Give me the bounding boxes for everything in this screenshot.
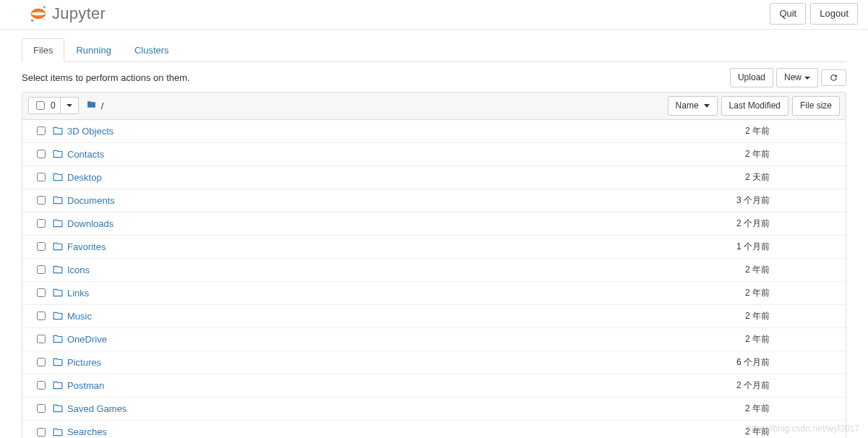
folder-icon xyxy=(53,334,67,344)
folder-icon xyxy=(53,427,67,437)
file-list: 0 / Name Last Modified File size xyxy=(22,92,846,438)
row-checkbox[interactable] xyxy=(37,126,46,135)
select-all-group: 0 xyxy=(28,97,79,114)
item-name-link[interactable]: 3D Objects xyxy=(67,126,656,137)
row-checkbox[interactable] xyxy=(37,358,46,366)
upload-button[interactable]: Upload xyxy=(730,68,773,87)
list-item: Favorites1 个月前 xyxy=(22,236,846,259)
caret-down-icon xyxy=(804,77,810,80)
row-checkbox[interactable] xyxy=(37,219,46,228)
folder-icon xyxy=(53,195,67,205)
list-item: Pictures6 个月前 xyxy=(22,351,846,374)
folder-icon xyxy=(53,126,67,136)
logout-button[interactable]: Logout xyxy=(810,3,858,25)
list-header: 0 / Name Last Modified File size xyxy=(22,93,846,120)
sort-arrow-down-icon xyxy=(704,104,710,108)
row-checkbox[interactable] xyxy=(37,335,46,343)
folder-icon xyxy=(53,172,67,182)
jupyter-logo-icon xyxy=(29,4,48,23)
new-label: New xyxy=(784,72,802,84)
item-name-link[interactable]: Music xyxy=(67,311,656,322)
folder-icon xyxy=(53,241,67,252)
list-item: Contacts2 年前 xyxy=(22,143,846,166)
item-name-link[interactable]: Icons xyxy=(67,265,656,275)
refresh-icon xyxy=(829,73,838,82)
brand-text: Jupyter xyxy=(52,4,106,23)
page-header: Jupyter Quit Logout xyxy=(0,0,868,30)
item-modified: 2 天前 xyxy=(656,171,778,184)
list-item: 3D Objects2 年前 xyxy=(22,120,846,143)
folder-icon[interactable] xyxy=(86,100,97,111)
row-checkbox[interactable] xyxy=(37,312,46,320)
tab-files[interactable]: Files xyxy=(22,38,64,62)
list-item: Documents3 个月前 xyxy=(22,189,846,212)
list-item: Searches2 年前 xyxy=(22,421,846,438)
item-modified: 6 个月前 xyxy=(656,356,778,369)
item-name-link[interactable]: Saved Games xyxy=(67,403,656,414)
tab-running[interactable]: Running xyxy=(64,38,122,62)
refresh-button[interactable] xyxy=(821,69,846,86)
list-item: Postman2 个月前 xyxy=(22,374,846,398)
header-buttons: Quit Logout xyxy=(770,3,858,25)
list-item: OneDrive2 年前 xyxy=(22,328,846,351)
item-modified: 2 个月前 xyxy=(656,218,778,230)
item-modified: 2 年前 xyxy=(656,403,778,415)
item-modified: 3 个月前 xyxy=(656,194,778,207)
sort-modified-button[interactable]: Last Modified xyxy=(721,96,788,116)
row-checkbox[interactable] xyxy=(37,381,46,390)
item-modified: 2 年前 xyxy=(656,333,778,345)
caret-down-icon xyxy=(66,104,72,107)
selected-count: 0 xyxy=(51,100,56,111)
row-checkbox[interactable] xyxy=(37,404,46,413)
folder-icon xyxy=(53,265,67,275)
sort-size-button[interactable]: File size xyxy=(792,96,840,116)
name-col-label: Name xyxy=(676,100,699,112)
item-name-link[interactable]: Documents xyxy=(67,195,656,206)
item-modified: 2 年前 xyxy=(656,148,778,160)
row-checkbox[interactable] xyxy=(37,242,46,251)
item-name-link[interactable]: Desktop xyxy=(67,172,656,183)
item-modified: 1 个月前 xyxy=(656,241,778,253)
select-menu-button[interactable] xyxy=(61,98,78,113)
svg-point-1 xyxy=(31,20,34,22)
svg-point-2 xyxy=(43,19,45,20)
sort-name-button[interactable]: Name xyxy=(668,96,718,116)
row-checkbox[interactable] xyxy=(37,173,46,181)
row-checkbox[interactable] xyxy=(37,150,46,158)
item-name-link[interactable]: OneDrive xyxy=(67,334,656,345)
tab-clusters[interactable]: Clusters xyxy=(123,38,181,62)
list-item: Icons2 年前 xyxy=(22,259,846,282)
list-item: Downloads2 个月前 xyxy=(22,212,846,236)
item-name-link[interactable]: Downloads xyxy=(67,218,656,229)
item-modified: 2 年前 xyxy=(656,264,778,276)
toolbar-row: Select items to perform actions on them.… xyxy=(22,62,846,92)
item-name-link[interactable]: Favorites xyxy=(67,241,656,252)
item-name-link[interactable]: Contacts xyxy=(67,149,656,160)
item-modified: 2 年前 xyxy=(656,287,778,299)
folder-icon xyxy=(53,149,67,159)
svg-point-0 xyxy=(43,6,46,8)
jupyter-logo[interactable]: Jupyter xyxy=(29,4,106,23)
row-checkbox[interactable] xyxy=(37,428,46,437)
quit-button[interactable]: Quit xyxy=(770,3,806,25)
select-instructions: Select items to perform actions on them. xyxy=(22,72,190,83)
list-item: Desktop2 天前 xyxy=(22,166,846,189)
folder-icon xyxy=(53,403,67,413)
item-name-link[interactable]: Postman xyxy=(67,380,656,391)
row-checkbox[interactable] xyxy=(37,196,46,205)
row-checkbox[interactable] xyxy=(37,265,46,274)
select-all-checkbox[interactable] xyxy=(36,101,45,110)
new-dropdown-button[interactable]: New xyxy=(776,68,818,87)
item-name-link[interactable]: Searches xyxy=(67,426,656,437)
folder-icon xyxy=(53,357,67,367)
breadcrumb-root[interactable]: / xyxy=(101,100,104,111)
item-name-link[interactable]: Pictures xyxy=(67,357,656,368)
item-name-link[interactable]: Links xyxy=(67,288,656,299)
folder-icon xyxy=(53,218,67,228)
row-checkbox[interactable] xyxy=(37,288,46,297)
breadcrumb: / xyxy=(86,100,668,111)
list-item: Saved Games2 年前 xyxy=(22,398,846,421)
item-modified: 2 年前 xyxy=(656,310,778,322)
folder-icon xyxy=(53,288,67,298)
tabs: FilesRunningClusters xyxy=(22,38,846,62)
